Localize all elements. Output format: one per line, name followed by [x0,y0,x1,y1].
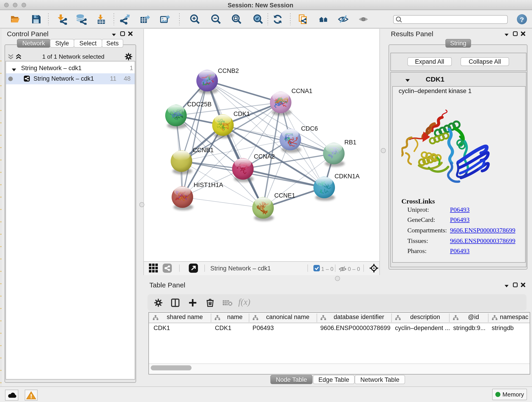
svg-text:CCNA2: CCNA2 [254,153,275,160]
svg-text:CCNA1: CCNA1 [291,88,312,95]
svg-text:CDC25B: CDC25B [187,101,212,108]
svg-text:CCNE1: CCNE1 [274,192,295,199]
svg-text:CDKN1A: CDKN1A [335,173,360,180]
svg-text:CDK1: CDK1 [234,110,250,117]
svg-text:CCNB2: CCNB2 [218,67,239,74]
svg-text:CDC6: CDC6 [301,125,318,132]
svg-text:HIST1H1A: HIST1H1A [194,182,223,188]
svg-text:RB1: RB1 [344,139,356,146]
svg-text:CCNB1: CCNB1 [193,147,214,153]
